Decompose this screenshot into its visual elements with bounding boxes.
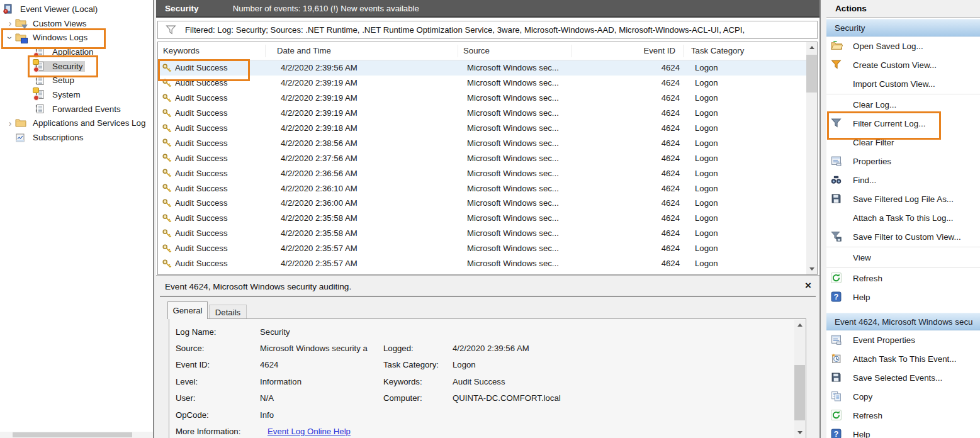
event-row[interactable]: Audit Success 4/2/2020 2:36:00 AM Micros… (158, 196, 817, 211)
event-row[interactable]: Audit Success 4/2/2020 2:39:19 AM Micros… (158, 76, 817, 91)
event-row[interactable]: Audit Success 4/2/2020 2:35:57 AM Micros… (158, 241, 817, 256)
actions-separator (826, 267, 980, 268)
keywords-text: Audit Success (175, 63, 228, 72)
action-label: Create Custom View... (853, 60, 937, 70)
action-properties[interactable]: Properties (826, 152, 980, 171)
setup-log-icon (35, 76, 46, 86)
audit-success-key-icon (162, 93, 172, 103)
action-copy[interactable]: Copy (826, 387, 980, 406)
action-label: Copy (853, 392, 872, 402)
event-row[interactable]: Audit Success 4/2/2020 2:37:56 AM Micros… (158, 150, 817, 166)
tree-item-subscriptions[interactable]: Subscriptions (0, 130, 153, 145)
source-cell: Microsoft Windows sec... (462, 198, 575, 208)
log-summary: Number of events: 19,610 (!) New events … (233, 4, 419, 13)
action-attach-task-to-this-event[interactable]: Attach Task To This Event... (826, 349, 980, 368)
tree-item-windows-logs[interactable]: › Windows Logs (0, 30, 153, 45)
event-row[interactable]: Audit Success 4/2/2020 2:39:56 AM Micros… (158, 60, 817, 76)
action-help[interactable]: Help (826, 288, 980, 306)
tree-item-event-viewer-root[interactable]: Event Viewer (Local) (0, 2, 153, 16)
action-label: Clear Log... (853, 100, 896, 110)
icon-spacer (831, 252, 843, 263)
scroll-down-arrow[interactable] (794, 427, 805, 438)
tree-item-setup[interactable]: Setup (0, 73, 153, 87)
column-header-event-id[interactable]: Event ID (572, 45, 684, 57)
action-label: Help (853, 293, 870, 302)
column-header-datetime[interactable]: Date and Time (266, 45, 458, 57)
field-row: Source: Microsoft Windows security a Log… (176, 340, 767, 356)
scroll-up-arrow[interactable] (806, 42, 817, 53)
event-list-scrollbar[interactable] (806, 42, 817, 274)
tree-item-forwarded-events[interactable]: Forwarded Events (0, 102, 153, 116)
task-category-cell: Logon (687, 78, 807, 87)
event-id-cell: 4624 (575, 108, 687, 118)
scroll-up-arrow[interactable] (794, 320, 805, 330)
event-log-online-help-link[interactable]: Event Log Online Help (268, 427, 351, 436)
action-clear-filter[interactable]: Clear Filter (826, 133, 980, 152)
event-row[interactable]: Audit Success 4/2/2020 2:36:56 AM Micros… (158, 166, 817, 181)
filter-notification-bar[interactable]: Filtered: Log: Security; Sources: .NET R… (157, 21, 818, 39)
actions-section-event-header[interactable]: Event 4624, Microsoft Windows secu (826, 313, 980, 330)
action-refresh-event[interactable]: Refresh (826, 406, 980, 425)
event-row[interactable]: Audit Success 4/2/2020 2:35:57 AM Micros… (158, 256, 817, 271)
actions-section-security-header[interactable]: Security (826, 19, 980, 36)
column-header-keywords[interactable]: Keywords (158, 45, 266, 57)
event-id-cell: 4624 (575, 198, 687, 208)
panel-divider-right[interactable] (819, 0, 826, 438)
action-create-custom-view[interactable]: Create Custom View... (826, 55, 980, 74)
event-list: Keywords Date and Time Source Event ID T… (157, 42, 818, 275)
tree-item-applications-services-logs[interactable]: › Applications and Services Log (0, 116, 153, 131)
chevron-right-icon[interactable]: › (5, 119, 15, 128)
level-value: Information (260, 377, 383, 386)
column-header-task-category[interactable]: Task Category (684, 45, 803, 57)
close-icon[interactable]: × (802, 279, 814, 292)
task-category-cell: Logon (687, 244, 807, 253)
keywords-cell: Audit Success (158, 78, 269, 88)
field-row: More Information: Event Log Online Help (176, 423, 767, 438)
datetime-cell: 4/2/2020 2:35:57 AM (269, 244, 462, 253)
event-row[interactable]: Audit Success 4/2/2020 2:39:18 AM Micros… (158, 121, 817, 136)
scrollbar-thumb[interactable] (13, 432, 132, 437)
action-save-filtered-log-file-as[interactable]: Save Filtered Log File As... (826, 189, 980, 208)
event-row[interactable]: Audit Success 4/2/2020 2:38:56 AM Micros… (158, 135, 817, 150)
action-help-event[interactable]: Help (826, 425, 980, 438)
action-attach-task-to-this-log[interactable]: Attach a Task To this Log... (826, 208, 980, 227)
action-event-properties[interactable]: Event Properties (826, 330, 980, 349)
chevron-down-icon[interactable]: › (6, 33, 14, 43)
tree-item-label: Forwarded Events (50, 104, 123, 115)
event-row[interactable]: Audit Success 4/2/2020 2:39:19 AM Micros… (158, 106, 817, 121)
action-view[interactable]: View (826, 248, 980, 267)
event-row[interactable]: Audit Success 4/2/2020 2:39:19 AM Micros… (158, 91, 817, 106)
column-header-source[interactable]: Source (458, 45, 572, 57)
detail-scrollbar[interactable] (794, 320, 805, 438)
tab-details[interactable]: Details (209, 305, 247, 319)
actions-separator (826, 94, 980, 94)
event-row[interactable]: Audit Success 4/2/2020 2:35:58 AM Micros… (158, 226, 817, 241)
action-find[interactable]: Find... (826, 171, 980, 189)
opcode-label: OpCode: (176, 410, 260, 420)
action-refresh[interactable]: Refresh (826, 269, 980, 288)
action-filter-current-log[interactable]: Filter Current Log... (826, 114, 980, 133)
tree-item-security[interactable]: Security (0, 59, 153, 74)
windows-logs-folder-icon (15, 33, 26, 43)
tree-item-application[interactable]: Application (0, 45, 153, 59)
detail-pane-title: Event 4624, Microsoft Windows security a… (165, 282, 351, 291)
action-save-filter-to-custom-view[interactable]: Save Filter to Custom View... (826, 227, 980, 246)
source-cell: Microsoft Windows sec... (462, 213, 575, 223)
chevron-right-icon[interactable]: › (5, 19, 15, 28)
tree-item-custom-views[interactable]: › Custom Views (0, 16, 153, 31)
scroll-down-arrow[interactable] (806, 264, 817, 274)
action-open-saved-log[interactable]: Open Saved Log... (826, 36, 980, 55)
tree-horizontal-scrollbar[interactable] (0, 432, 153, 438)
action-clear-log[interactable]: Clear Log... (826, 95, 980, 114)
scrollbar-thumb[interactable] (806, 55, 817, 93)
action-save-selected-events[interactable]: Save Selected Events... (826, 368, 980, 387)
action-import-custom-view[interactable]: Import Custom View... (826, 74, 980, 93)
actions-pane-title: Actions (826, 0, 980, 18)
tab-general[interactable]: General (167, 301, 208, 319)
tree-item-system[interactable]: System (0, 87, 153, 102)
level-label: Level: (176, 377, 260, 386)
keywords-text: Audit Success (175, 78, 228, 87)
event-row[interactable]: Audit Success 4/2/2020 2:36:10 AM Micros… (158, 181, 817, 196)
event-row[interactable]: Audit Success 4/2/2020 2:35:58 AM Micros… (158, 211, 817, 226)
scrollbar-thumb[interactable] (794, 365, 805, 420)
